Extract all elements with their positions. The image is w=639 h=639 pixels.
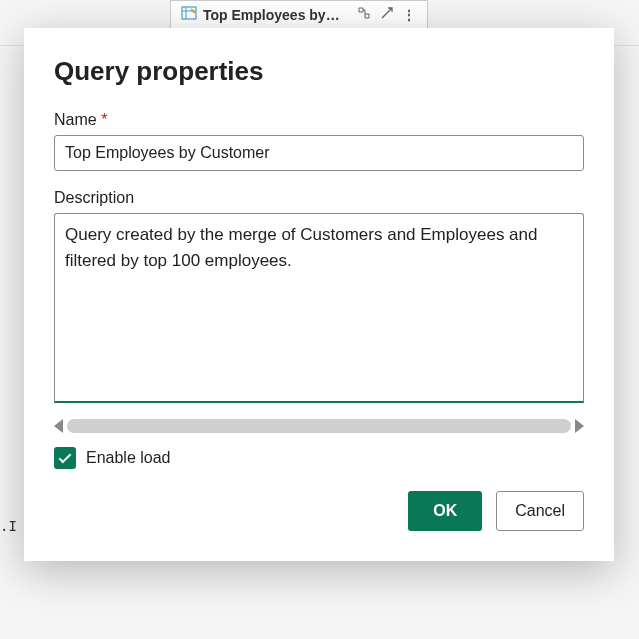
dialog-title: Query properties <box>54 56 584 87</box>
enable-load-row: Enable load <box>54 447 584 469</box>
background-code-snippet: .I <box>0 518 17 534</box>
enable-load-checkbox[interactable] <box>54 447 76 469</box>
background-query-tab: Top Employees by… ⋮ <box>170 0 428 29</box>
description-textarea[interactable] <box>54 213 584 403</box>
description-label: Description <box>54 189 584 207</box>
required-marker: * <box>101 111 107 128</box>
query-table-icon <box>181 5 197 24</box>
dialog-button-row: OK Cancel <box>54 491 584 531</box>
name-input[interactable] <box>54 135 584 171</box>
more-icon: ⋮ <box>402 7 417 23</box>
cancel-button[interactable]: Cancel <box>496 491 584 531</box>
horizontal-scrollbar[interactable] <box>54 419 584 433</box>
enable-load-label: Enable load <box>86 449 171 467</box>
background-tab-title: Top Employees by… <box>203 7 340 23</box>
checkmark-icon <box>59 450 72 463</box>
scroll-left-icon[interactable] <box>54 419 63 433</box>
branch-icon <box>356 5 372 24</box>
query-properties-dialog: Query properties Name * Description Enab… <box>24 28 614 561</box>
scroll-track[interactable] <box>67 419 571 433</box>
name-label: Name * <box>54 111 584 129</box>
ok-button[interactable]: OK <box>408 491 482 531</box>
scroll-right-icon[interactable] <box>575 419 584 433</box>
expand-icon <box>380 6 394 23</box>
